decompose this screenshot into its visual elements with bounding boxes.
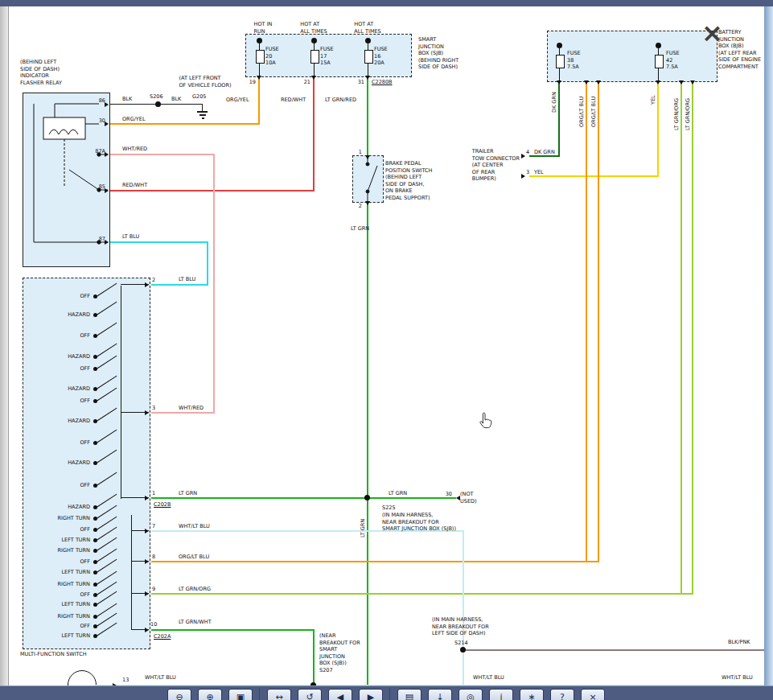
rotate-icon[interactable]: ↺ [298, 689, 322, 700]
label-wire-blk-1: BLK [122, 96, 132, 103]
mfs-switch-dot [93, 461, 97, 465]
pin-marker [311, 76, 316, 80]
pin-marker [145, 496, 149, 500]
previous-page-icon[interactable]: ◀ [328, 689, 352, 700]
diagram-canvas[interactable]: FUSE 20 10AFUSE 17 15AFUSE 16 20AFUSE 38… [0, 0, 773, 686]
label-s225-note: (IN MAIN HARNESS, NEAR BREAKOUT FOR SMAR… [382, 512, 456, 533]
settings-icon[interactable]: ∗ [520, 689, 544, 700]
mfs-switch-dot [93, 367, 97, 371]
label-connector-c202a: C202A [154, 633, 171, 640]
mfs-row-label-7: HAZARD [68, 418, 90, 425]
wire-lt-blu [151, 284, 208, 286]
mfs-row-label-15: RIGHT TURN [57, 547, 90, 554]
pin-marker [145, 591, 149, 596]
label-sjb-note: SMART JUNCTION BOX (SJB) (BEHIND RIGHT S… [418, 36, 458, 71]
label-hot-in-run: HOT IN RUN [254, 21, 273, 35]
label-wire-red-wht-1: RED/WHT [122, 182, 147, 189]
fuse-top-dot-fuse-16 [365, 38, 371, 43]
zoom-in-icon[interactable]: ⊕ [198, 689, 222, 700]
label-mfs-pin-7: 7 [152, 523, 155, 530]
pan-icon[interactable]: ↔ [267, 689, 291, 700]
mfs-row-label-0: OFF [80, 293, 90, 300]
bottom-toolbar: ⊖⊕▣↔↺◀▶▤↓◎i∗?× [0, 686, 773, 700]
label-wire-lt-grn-red: LT GRN/RED [325, 97, 356, 104]
wire-blk-ground [199, 114, 206, 116]
mfs-row-label-13: OFF [80, 526, 90, 533]
label-wire-lt-grn-1: LT GRN [351, 225, 369, 233]
label-mfs-pin-2: 2 [152, 277, 155, 284]
label-splice-s225: S225 [382, 504, 396, 512]
mfs-row-label-6: OFF [80, 397, 90, 405]
pin-marker [105, 188, 109, 193]
window-top-edge [0, 0, 773, 6]
junction-dot [364, 495, 370, 500]
mfs-row-label-16: OFF [80, 558, 90, 566]
wire-lt-grn-wht [313, 629, 315, 686]
label-connector-c202b: C202B [154, 501, 171, 509]
junction-dot [460, 647, 466, 653]
zoom-out-icon[interactable]: ⊖ [167, 689, 191, 700]
mfs-row-label-21: RIGHT TURN [57, 613, 90, 620]
mfs-switch-dot [93, 294, 97, 299]
next-page-icon[interactable]: ▶ [359, 689, 383, 700]
label-wire-org-lt-blu-1: ORG/LT BLU [179, 554, 209, 561]
print-icon[interactable]: ▤ [397, 689, 421, 700]
pin-marker [679, 80, 684, 84]
wire-lt-blu [110, 241, 208, 243]
close-document-icon[interactable]: × [581, 689, 605, 700]
mfs-row-label-9: HAZARD [68, 459, 90, 467]
label-wire-wht-red-1: WHT/RED [122, 146, 147, 153]
label-trailer-pin-4: 4 [526, 149, 529, 156]
window-right-border [764, 6, 773, 686]
search-icon[interactable]: ◎ [458, 689, 483, 700]
pin-marker [257, 76, 261, 80]
mfs-switch-dot [93, 528, 97, 532]
fuse-body-fuse-20 [256, 50, 265, 64]
wire-wht-red [213, 154, 215, 414]
wire-org-yel [258, 76, 260, 125]
wire-lt-grn-wht [151, 629, 315, 631]
toolbar-separator [389, 688, 390, 700]
close-icon[interactable]: × [701, 18, 723, 48]
label-s207-note: (NEAR BREAKOUT FOR SMART JUNCTION BOX (S… [319, 632, 360, 673]
label-brake-pin-1: 1 [359, 149, 362, 156]
label-wire-yel-vert: YEL [650, 95, 657, 105]
label-wire-wht-lt-blu-1: WHT/LT BLU [179, 523, 210, 530]
wire-lt-grn [367, 201, 368, 686]
label-pin-21: 21 [304, 79, 310, 86]
fuse-label-fuse-20: FUSE 20 10A [265, 46, 279, 67]
mfs-row-label-14: LEFT TURN [62, 537, 91, 544]
help-icon[interactable]: ? [550, 689, 574, 700]
fit-page-icon[interactable]: ▣ [228, 689, 253, 700]
mouse-cursor-hand [478, 412, 492, 431]
info-icon[interactable]: i [489, 689, 513, 700]
pin-marker [365, 201, 370, 205]
wire-wht-red [151, 412, 215, 414]
mfs-switch-dot [93, 484, 97, 488]
pin-marker [365, 155, 370, 159]
label-bjb-note: BATTERY JUNCTION BOX (BJB) (AT LEFT REAR… [718, 29, 761, 70]
label-wire-lt-grn-org-vert-2: LT GRN/ORG [685, 98, 692, 130]
label-floor-note: (AT LEFT FRONT OF VEHICLE FLOOR) [179, 75, 231, 89]
fuse-body-fuse-38 [556, 55, 565, 68]
mfs-row-label-5: HAZARD [68, 385, 90, 393]
fuse-body-fuse-42 [655, 55, 664, 68]
label-wire-org-yel-2: ORG/YEL [226, 97, 249, 104]
wire-lt-grn [151, 497, 456, 499]
wire-red-wht [110, 190, 315, 191]
pin-marker [105, 121, 109, 126]
save-icon[interactable]: ↓ [428, 689, 452, 700]
mfs-switch-dot [93, 570, 97, 574]
mfs-row-label-19: OFF [80, 591, 90, 599]
label-wire-lt-grn-org-1: LT GRN/ORG [179, 586, 211, 593]
label-sjb-pin-30: 30 [446, 491, 452, 498]
pin-marker [105, 152, 109, 157]
wire-blk-pnk [464, 649, 766, 651]
mfs-row-label-4: OFF [80, 365, 90, 373]
mfs-switch-dot [93, 634, 97, 638]
mfs-switch-dot [93, 505, 97, 509]
wire-lt-grn-org [151, 593, 693, 595]
fuse-top-dot-fuse-42 [656, 43, 661, 48]
pin-marker [145, 410, 149, 415]
pin-marker [557, 80, 561, 84]
